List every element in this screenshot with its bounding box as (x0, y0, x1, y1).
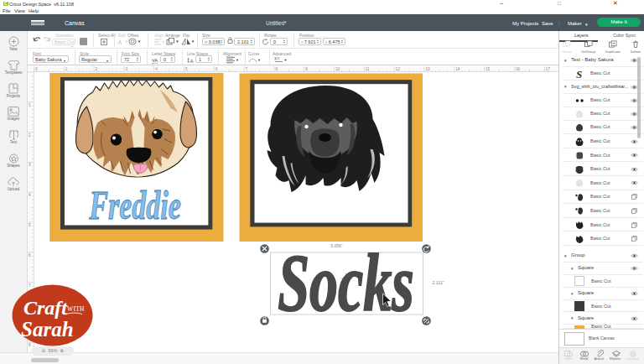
svg-text:15: 15 (486, 67, 491, 71)
svg-text:10: 10 (335, 67, 340, 71)
svg-text:Freddie: Freddie (88, 183, 180, 227)
svg-text:4: 4 (155, 67, 158, 71)
svg-text:3: 3 (29, 163, 31, 167)
svg-text:Socks: Socks (278, 238, 413, 327)
svg-text:5: 5 (185, 67, 188, 71)
svg-text:1: 1 (29, 103, 31, 107)
svg-text:17: 17 (546, 67, 551, 71)
svg-text:0: 0 (35, 67, 38, 71)
svg-text:16: 16 (516, 67, 521, 71)
svg-text:4: 4 (29, 193, 31, 197)
svg-text:3: 3 (125, 67, 127, 71)
svg-text:6: 6 (29, 253, 31, 257)
svg-text:11: 11 (366, 67, 370, 71)
svg-text:S: S (576, 69, 582, 79)
svg-text:2: 2 (29, 133, 31, 138)
svg-text:2: 2 (96, 67, 98, 71)
svg-text:13: 13 (425, 67, 430, 71)
svg-text:Sarah: Sarah (21, 318, 74, 341)
svg-text:9: 9 (305, 67, 308, 71)
svg-text:2.101": 2.101" (432, 280, 444, 285)
svg-text:A: A (190, 58, 194, 63)
svg-text:8: 8 (275, 67, 278, 71)
svg-text:6: 6 (216, 67, 218, 71)
svg-text:5: 5 (29, 223, 31, 227)
svg-text:Craft: Craft (23, 297, 68, 319)
svg-text:14: 14 (455, 67, 460, 71)
svg-text:WITH: WITH (67, 305, 85, 313)
svg-text:12: 12 (396, 67, 401, 71)
svg-text:5.056": 5.056" (330, 243, 343, 248)
svg-text:1: 1 (65, 67, 68, 71)
svg-text:XY: XY (274, 56, 280, 61)
svg-text:7: 7 (246, 67, 248, 71)
